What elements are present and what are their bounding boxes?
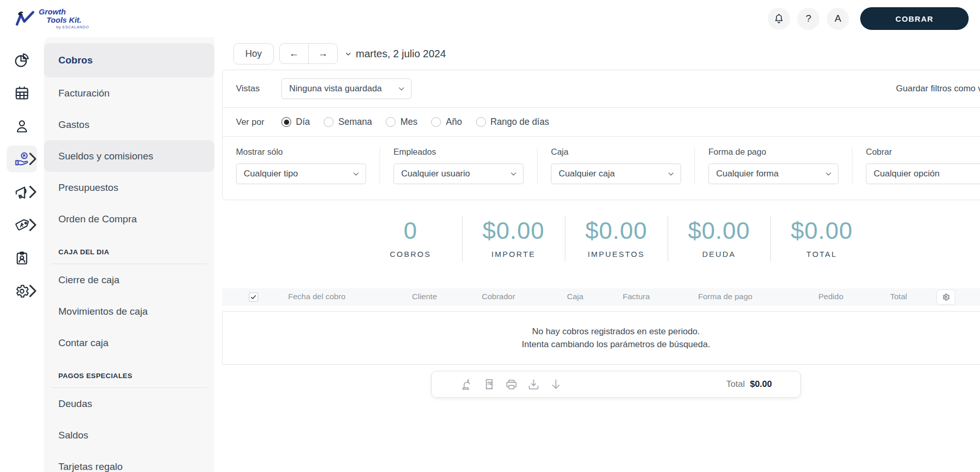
avatar[interactable]: A [827,8,849,30]
column-factura[interactable]: Factura [623,292,650,301]
next-day-button[interactable]: → [309,44,337,63]
stat-impuestos: $0.00 IMPUESTOS [565,216,668,262]
download-tray-icon[interactable] [527,378,541,392]
today-button[interactable]: Hoy [233,43,274,64]
column-cliente[interactable]: Cliente [412,292,437,301]
empty-state-line1: No hay cobros registrados en este period… [532,327,700,337]
rail-item-employees[interactable] [0,241,44,274]
select-value: Cualquier opción [874,169,940,179]
app-logo[interactable]: Growth Tools Kit. by ESCALANDO [13,8,89,29]
sidebar-item-deudas[interactable]: Deudas [44,388,214,419]
radio-label: Día [296,117,310,127]
sidebar-item-gastos[interactable]: Gastos [44,109,214,140]
column-cobrador[interactable]: Cobrador [482,292,515,301]
footer-toolbar: Total $0.00 [431,371,801,398]
stat-value: $0.00 [771,217,873,245]
sidebar-item-label: Deudas [58,398,92,410]
stat-value: $0.00 [463,217,565,245]
icon-rail [0,37,44,472]
rail-item-marketing[interactable] [0,175,44,208]
radio-label: Mes [400,117,417,127]
notifications-button[interactable] [768,8,790,30]
radio-dia[interactable]: Día [281,117,310,127]
current-date-label: martes, 2 julio 2024 [356,48,446,60]
radio-rango-dias[interactable]: Rango de días [476,117,549,127]
period-radio-group: Día Semana Mes Año [281,117,549,127]
sidebar-section-pagos-especiales: PAGOS ESPECIALES [44,359,214,387]
receipt-dollar-icon[interactable] [482,378,496,392]
empleados-select[interactable]: Cualquier usuario [393,164,524,184]
topbar-actions: ? A COBRAR [768,7,969,30]
select-all-checkbox[interactable] [249,292,258,302]
column-pedido[interactable]: Pedido [818,292,843,301]
forma-pago-select[interactable]: Cualquier forma [708,164,839,184]
stat-label: TOTAL [771,250,873,258]
column-caja[interactable]: Caja [567,292,583,301]
table-header: Fecha del cobro Cliente Cobrador Caja Fa… [222,288,980,306]
radio-ano[interactable]: Año [431,117,462,127]
cash-register-icon[interactable] [460,378,474,392]
rail-item-sales[interactable] [0,142,44,175]
filter-label: Caja [551,147,681,157]
caja-select[interactable]: Cualquier caja [551,164,681,184]
save-filters-as-view-link[interactable]: Guardar filtros como vista [896,84,980,94]
sidebar-item-saldos[interactable]: Saldos [44,419,214,451]
question-mark-icon: ? [806,13,812,24]
radio-semana[interactable]: Semana [324,117,372,127]
chevron-down-icon [398,85,405,93]
arrow-down-icon[interactable] [549,378,563,392]
filter-label: Cobrar [866,147,980,157]
stat-deuda: $0.00 DEUDA [668,216,770,262]
chevron-right-icon [25,283,41,299]
rail-item-pricing[interactable] [0,208,44,241]
rail-item-customers[interactable] [0,109,44,142]
saved-views-value: Ninguna vista guardada [289,84,382,94]
cobrar-select[interactable]: Cualquier opción [866,164,980,184]
date-arrow-group: ← → [279,43,338,64]
radio-button-icon [324,117,334,127]
mostrar-solo-select[interactable]: Cualquier tipo [236,164,366,184]
printer-icon[interactable] [504,378,518,392]
filters-panel: Vistas Ninguna vista guardada Guardar fi… [222,70,980,200]
rail-item-reports[interactable] [0,43,44,76]
calendar-icon [14,85,30,101]
empty-state: No hay cobros registrados en este period… [222,311,980,365]
sidebar: Cobros Facturación Gastos Sueldos y comi… [44,37,214,472]
rail-item-settings[interactable] [0,274,44,307]
sidebar-item-cobros[interactable]: Cobros [44,43,214,77]
sidebar-item-cierre-caja[interactable]: Cierre de caja [44,264,214,296]
logo-text: Growth Tools Kit. by ESCALANDO [39,8,89,29]
help-button[interactable]: ? [797,8,819,30]
chevron-down-icon [345,51,352,57]
column-fecha-del-cobro[interactable]: Fecha del cobro [288,292,345,301]
filter-cobrar: Cobrar Cualquier opción [852,147,980,184]
sidebar-item-orden-compra[interactable]: Orden de Compra [44,203,214,235]
saved-views-select[interactable]: Ninguna vista guardada [281,78,412,99]
sidebar-item-sueldos[interactable]: Sueldos y comisiones [44,140,214,172]
column-settings-button[interactable] [937,289,955,305]
prev-day-button[interactable]: ← [280,44,309,63]
sidebar-item-movimientos-caja[interactable]: Movimientos de caja [44,296,214,327]
sidebar-item-label: Tarjetas regalo [58,461,123,472]
cobrar-button[interactable]: COBRAR [860,7,969,30]
sidebar-item-facturacion[interactable]: Facturación [44,77,214,109]
gear-icon [942,293,950,301]
sidebar-item-presupuestos[interactable]: Presupuestos [44,172,214,203]
stat-label: IMPORTE [463,250,565,258]
footer-total: Total $0.00 [726,379,772,389]
rail-item-calendar[interactable] [0,76,44,109]
sidebar-item-tarjetas-regalo[interactable]: Tarjetas regalo [44,451,214,472]
column-total[interactable]: Total [890,292,907,301]
radio-mes[interactable]: Mes [386,117,417,127]
stat-importe: $0.00 IMPORTE [462,216,565,262]
select-value: Cualquier tipo [244,169,298,179]
filter-label: Forma de pago [708,147,839,157]
app-body: Cobros Facturación Gastos Sueldos y comi… [0,37,980,472]
column-forma-de-pago[interactable]: Forma de pago [698,292,752,301]
sidebar-item-label: Facturación [58,88,109,99]
sidebar-item-contar-caja[interactable]: Contar caja [44,327,214,359]
radio-button-icon [476,117,486,127]
date-picker[interactable]: martes, 2 julio 2024 [345,48,446,60]
stat-value: $0.00 [565,217,668,245]
chevron-right-icon [25,151,41,167]
